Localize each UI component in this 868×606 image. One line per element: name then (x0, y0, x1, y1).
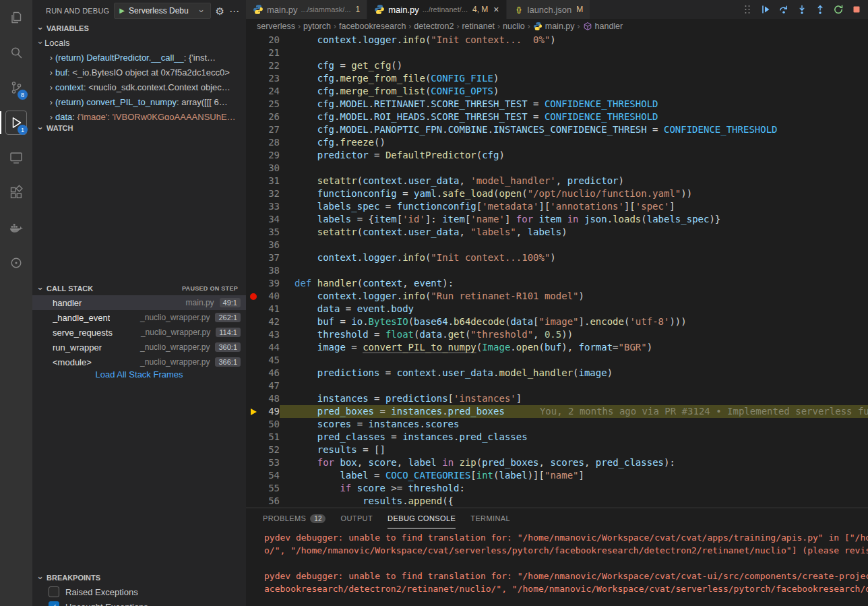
code-line-content[interactable]: buf = io.BytesIO(base64.b64decode(data["… (280, 315, 868, 328)
breadcrumb-item-facebookresearch[interactable]: facebookresearch (339, 22, 406, 31)
line-number[interactable]: 33 (261, 200, 280, 213)
gutter-glyph-margin[interactable] (246, 431, 261, 444)
line-number[interactable]: 46 (261, 367, 280, 380)
code-line-content[interactable]: scores = instances.scores (280, 418, 868, 431)
code-line-content[interactable] (280, 162, 868, 175)
line-number[interactable]: 26 (261, 111, 280, 123)
debug-config-dropdown[interactable]: ▶ Serverless Debu › (114, 3, 210, 19)
gutter-glyph-margin[interactable] (246, 187, 261, 200)
gutter-glyph-margin[interactable] (246, 456, 261, 469)
breadcrumb-item-handler[interactable]: handler (583, 22, 623, 31)
line-number[interactable]: 34 (261, 213, 280, 226)
line-number[interactable]: 29 (261, 149, 280, 162)
line-number[interactable]: 20 (261, 34, 280, 47)
line-number[interactable]: 21 (261, 47, 280, 59)
gutter-glyph-margin[interactable] (246, 354, 261, 367)
code-line-content[interactable] (280, 380, 868, 392)
gutter-glyph-margin[interactable] (246, 341, 261, 354)
drag-grip-button[interactable] (741, 3, 753, 16)
gutter-glyph-margin[interactable] (246, 469, 261, 482)
code-line-content[interactable]: cfg.merge_from_file(CONFIG_FILE) (280, 72, 868, 85)
code-line-content[interactable]: functionconfig = yaml.safe_load(open("/o… (280, 187, 868, 200)
variable-row[interactable]: ›data: {'image': 'iVBORw0KGgoAAAANSUhE… (32, 109, 246, 120)
gutter-glyph-margin[interactable] (246, 418, 261, 431)
panel-tab-output[interactable]: OUTPUT (340, 508, 373, 528)
line-number[interactable]: 44 (261, 341, 280, 354)
docker-activity-button[interactable] (0, 210, 32, 245)
search-activity-button[interactable] (0, 35, 32, 70)
gutter-glyph-margin[interactable] (246, 303, 261, 315)
breadcrumb-item-retinanet[interactable]: retinanet (462, 22, 495, 31)
code-line-content[interactable]: instances = predictions['instances'] (280, 392, 868, 405)
call-stack-section-header[interactable]: › CALL STACK PAUSED ON STEP (32, 282, 246, 295)
step-over-button[interactable] (778, 3, 790, 16)
gutter-glyph-margin[interactable] (246, 328, 261, 341)
line-number[interactable]: 48 (261, 392, 280, 405)
stop-button[interactable] (850, 3, 863, 16)
code-line-content[interactable]: setattr(context.user_data, 'model_handle… (280, 175, 868, 187)
gutter-glyph-margin[interactable] (246, 200, 261, 213)
line-number[interactable]: 23 (261, 72, 280, 85)
line-number[interactable]: 50 (261, 418, 280, 431)
call-stack-frame[interactable]: <module>_nuclio_wrapper.py366:1 (32, 355, 246, 369)
code-line-content[interactable] (280, 264, 868, 277)
code-line-content[interactable]: results = [] (280, 444, 868, 456)
code-line-content[interactable]: pred_classes = instances.pred_classes (280, 431, 868, 444)
call-stack-frame[interactable]: serve_requests_nuclio_wrapper.py114:1 (32, 325, 246, 340)
panel-tab-terminal[interactable]: TERMINAL (470, 508, 510, 528)
load-all-stack-frames-link[interactable]: Load All Stack Frames (32, 369, 246, 380)
line-number[interactable]: 47 (261, 380, 280, 392)
code-line-content[interactable]: labels = {item['id']: item['name'] for i… (280, 213, 868, 226)
gutter-glyph-margin[interactable] (246, 59, 261, 72)
line-number[interactable]: 41 (261, 303, 280, 315)
more-actions-icon[interactable]: ⋯ (229, 6, 239, 16)
line-number[interactable]: 38 (261, 264, 280, 277)
code-line-content[interactable] (280, 47, 868, 59)
source-control-activity-button[interactable]: 8 (0, 70, 32, 105)
breadcrumb-item-pytorch[interactable]: pytorch (303, 22, 331, 31)
code-line-content[interactable]: pred_boxes = instances.pred_boxesYou, 2 … (280, 405, 868, 418)
line-number[interactable]: 42 (261, 315, 280, 328)
variable-row[interactable]: ›buf: <_io.BytesIO object at 0x7f5a2dc1e… (32, 65, 246, 80)
gutter-glyph-margin[interactable] (246, 444, 261, 456)
gear-icon[interactable]: ⚙ (216, 6, 224, 16)
restart-button[interactable] (832, 3, 844, 16)
code-line-content[interactable]: context.logger.info("Run retinanet-R101 … (280, 290, 868, 303)
gutter-glyph-margin[interactable] (246, 277, 261, 290)
gutter-glyph-margin[interactable] (246, 47, 261, 59)
breakpoint-checkbox[interactable]: ✓ (49, 601, 59, 606)
code-line-content[interactable]: results.append({ (280, 495, 868, 508)
breadcrumb-item-main.py[interactable]: main.py (533, 22, 575, 31)
code-line-content[interactable]: cfg = get_cfg() (280, 59, 868, 72)
line-number[interactable]: 22 (261, 59, 280, 72)
line-number[interactable]: 27 (261, 123, 280, 136)
close-icon[interactable]: × (493, 5, 499, 14)
line-number[interactable]: 24 (261, 85, 280, 98)
code-line-content[interactable]: if score >= threshold: (280, 482, 868, 495)
code-line-content[interactable]: labels_spec = functionconfig['metadata']… (280, 200, 868, 213)
breadcrumb-item-serverless[interactable]: serverless (257, 22, 295, 31)
breakpoint-dot[interactable] (250, 293, 257, 300)
gutter-glyph-margin[interactable] (246, 239, 261, 251)
panel-tab-debug-console[interactable]: DEBUG CONSOLE (388, 508, 456, 528)
line-number[interactable]: 36 (261, 239, 280, 251)
breakpoint-checkbox[interactable] (49, 586, 59, 597)
line-number[interactable]: 35 (261, 226, 280, 239)
gutter-glyph-margin[interactable] (246, 392, 261, 405)
code-line-content[interactable]: cfg.MODEL.ROI_HEADS.SCORE_THRESH_TEST = … (280, 111, 868, 123)
code-line-content[interactable]: label = COCO_CATEGORIES[int(label)]["nam… (280, 469, 868, 482)
line-number[interactable]: 56 (261, 495, 280, 508)
code-line-content[interactable]: for box, score, label in zip(pred_boxes,… (280, 456, 868, 469)
step-out-button[interactable] (814, 3, 826, 16)
panel-tab-problems[interactable]: PROBLEMS12 (263, 508, 326, 528)
call-stack-frame[interactable]: run_wrapper_nuclio_wrapper.py360:1 (32, 340, 246, 355)
continue-button[interactable] (760, 3, 772, 16)
gutter-glyph-margin[interactable] (246, 123, 261, 136)
variable-row[interactable]: ›(return) convert_PIL_to_numpy: array([[… (32, 94, 246, 109)
code-line-content[interactable]: threshold = float(data.get("threshold", … (280, 328, 868, 341)
gutter-glyph-margin[interactable] (246, 264, 261, 277)
code-line-content[interactable]: cfg.MODEL.PANOPTIC_FPN.COMBINE.INSTANCES… (280, 123, 868, 136)
step-into-button[interactable] (796, 3, 808, 16)
line-number[interactable]: 32 (261, 187, 280, 200)
gutter-glyph-margin[interactable] (246, 213, 261, 226)
